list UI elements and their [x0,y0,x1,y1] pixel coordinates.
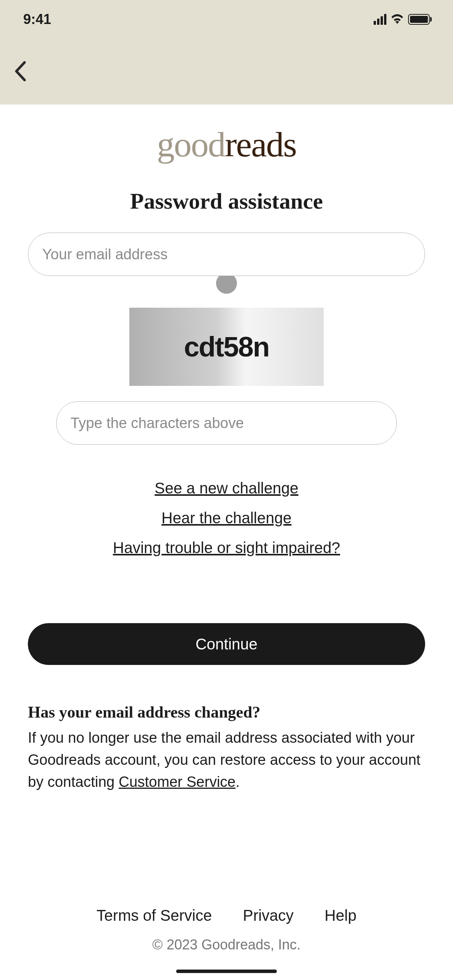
help-link[interactable]: Help [324,907,356,924]
status-icons [374,13,430,26]
captcha-text: cdt58n [184,331,269,363]
cellular-signal-icon [374,14,386,25]
dot-indicator [216,273,237,294]
customer-service-link[interactable]: Customer Service [118,774,235,790]
captcha-image: cdt58n [129,308,324,386]
home-indicator[interactable] [176,970,277,973]
new-challenge-link[interactable]: See a new challenge [28,480,425,497]
status-time: 9:41 [23,11,51,27]
email-changed-body: If you no longer use the email address a… [28,727,425,793]
wifi-icon [390,13,404,26]
nav-bar [0,39,453,105]
copyright-text: © 2023 Goodreads, Inc. [0,937,453,953]
goodreads-logo: goodreads [28,124,425,188]
terms-of-service-link[interactable]: Terms of Service [96,907,212,924]
page-title: Password assistance [28,188,425,214]
trouble-link[interactable]: Having trouble or sight impaired? [28,539,425,557]
back-button[interactable] [9,57,31,86]
footer: Terms of Service Privacy Help © 2023 Goo… [0,907,453,953]
hear-challenge-link[interactable]: Hear the challenge [28,509,425,527]
continue-button[interactable]: Continue [28,623,425,665]
privacy-link[interactable]: Privacy [243,907,293,924]
captcha-input[interactable] [56,401,397,445]
email-input[interactable] [28,233,425,276]
chevron-left-icon [13,61,27,81]
status-bar: 9:41 [0,0,453,39]
email-changed-title: Has your email address changed? [28,703,425,721]
battery-icon [408,14,430,25]
